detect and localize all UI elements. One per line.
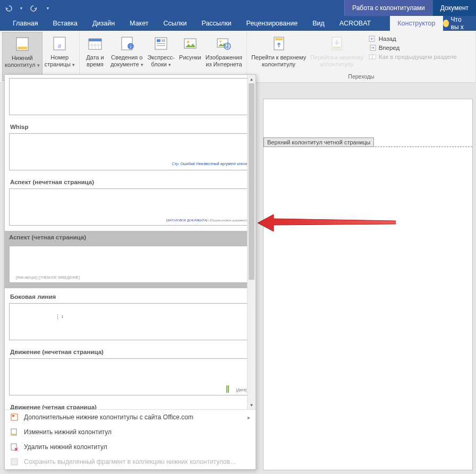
- svg-rect-5: [89, 39, 101, 41]
- link-prev-icon: [369, 53, 376, 61]
- undo-icon[interactable]: [4, 4, 13, 12]
- tab-mailings[interactable]: Рассылки: [194, 16, 239, 31]
- svg-rect-32: [12, 415, 14, 417]
- page-number-icon: #: [51, 35, 68, 52]
- gallery-preview: [Имя автора] | [УЧЕБНОЕ ЗАВЕДЕНИЕ]: [9, 246, 251, 283]
- pictures-label: Рисунки: [179, 54, 201, 61]
- goto-footer-icon: [328, 35, 345, 52]
- contextual-tab-header: Работа с колонтитулами: [344, 0, 432, 16]
- calendar-icon: [87, 35, 104, 52]
- svg-rect-16: [157, 43, 165, 44]
- redo-icon[interactable]: [30, 4, 38, 12]
- gallery-item-label: Боковая линия: [9, 290, 254, 302]
- svg-rect-15: [162, 39, 165, 42]
- tab-design[interactable]: Дизайн: [85, 16, 122, 31]
- tell-me[interactable]: Что вы х: [443, 16, 476, 31]
- tab-view[interactable]: Вид: [305, 16, 332, 31]
- menu-remove-footer[interactable]: Удалить нижний колонтитул: [5, 439, 256, 454]
- menu-label: Сохранить выделенный фрагмент в коллекци…: [24, 458, 236, 466]
- nav-links: Назад Вперед Как в предыдущем разделе: [366, 32, 462, 72]
- accent-icon: [226, 385, 227, 393]
- svg-rect-29: [369, 55, 372, 59]
- gallery-item-label: Движение (четная страница): [9, 401, 254, 409]
- menu-edit-footer[interactable]: Изменить нижний колонтитул: [5, 425, 256, 439]
- menu-save-selection: Сохранить выделенный фрагмент в коллекци…: [5, 454, 256, 469]
- online-pictures-icon: [215, 35, 232, 52]
- gallery-item-selected[interactable]: Аспект (четная страница) [Имя автора] | …: [9, 231, 254, 288]
- gallery-item[interactable]: 1: [9, 302, 254, 343]
- page-number-label: Номер страницы ▾: [45, 54, 75, 67]
- scroll-thumb[interactable]: [249, 83, 254, 280]
- gallery-item[interactable]: [9, 77, 254, 118]
- gallery-item[interactable]: Стр. Ошибка! Неизвестный аргумент ключа.: [9, 132, 254, 174]
- gallery-preview: 1: [9, 303, 254, 340]
- svg-rect-36: [11, 459, 18, 465]
- qat-dropdown-icon[interactable]: ▾: [17, 4, 26, 12]
- gallery-item-label: Аспект (четная страница): [5, 231, 256, 243]
- gallery-scrollbar[interactable]: ▲ ▼: [247, 75, 256, 409]
- preview-text: [Дата]: [236, 388, 246, 392]
- nav-fwd-label: Вперед: [379, 45, 400, 51]
- svg-point-21: [219, 40, 222, 42]
- group-navigation: Перейти к верхнему колонтитулу Перейти к…: [247, 31, 476, 82]
- tab-constructor[interactable]: Конструктор: [390, 16, 443, 31]
- footer-label: Нижний колонтитул ▾: [5, 55, 40, 68]
- transitions-group-title: Переходы: [348, 72, 374, 81]
- tab-review[interactable]: Рецензирование: [239, 16, 305, 31]
- quick-parts-icon: [152, 35, 169, 52]
- svg-rect-17: [157, 45, 165, 46]
- footer-gallery: Whisp Стр. Ошибка! Неизвестный аргумент …: [4, 74, 256, 470]
- nav-back[interactable]: Назад: [369, 35, 457, 42]
- nav-back-label: Назад: [379, 36, 396, 42]
- page[interactable]: Верхний колонтитул четной страницы: [263, 99, 473, 470]
- gallery-preview: [9, 78, 254, 115]
- office-icon: [10, 413, 19, 421]
- gallery-preview: Стр. Ошибка! Неизвестный аргумент ключа.: [9, 133, 254, 170]
- nav-forward[interactable]: Вперед: [369, 44, 457, 51]
- gallery-item[interactable]: [ЗАГОЛОВОК ДОКУМЕНТА] | [Подзаголовок до…: [9, 187, 254, 229]
- preview-text: [Имя автора] | [УЧЕБНОЕ ЗАВЕДЕНИЕ]: [16, 275, 80, 279]
- gallery-item-label: Whisp: [9, 120, 254, 132]
- gallery-preview: [Дата]: [9, 358, 254, 395]
- goto-header-button[interactable]: Перейти к верхнему колонтитулу: [249, 32, 308, 72]
- quick-access-toolbar: ▾ ▾: [0, 4, 56, 12]
- date-time-label: Дата и время: [86, 54, 104, 67]
- svg-text:i: i: [130, 44, 131, 49]
- nav-back-icon: [369, 35, 376, 42]
- edit-icon: [10, 428, 19, 436]
- gallery-item[interactable]: [Дата]: [9, 357, 254, 399]
- gallery-item-label: Движение (нечетная страница): [9, 346, 254, 357]
- svg-rect-31: [11, 414, 18, 420]
- tab-references[interactable]: Ссылки: [156, 16, 194, 31]
- svg-rect-34: [12, 434, 16, 435]
- scroll-up-icon[interactable]: ▲: [248, 75, 256, 83]
- tab-insert[interactable]: Вставка: [46, 16, 85, 31]
- tab-home[interactable]: Главная: [5, 16, 46, 31]
- footer-icon: [14, 36, 31, 53]
- goto-header-icon: [270, 35, 287, 52]
- nav-fwd-icon: [369, 44, 376, 51]
- gallery-preview: [ЗАГОЛОВОК ДОКУМЕНТА] | [Подзаголовок до…: [9, 188, 254, 226]
- document-title: Документ: [432, 0, 476, 16]
- doc-info-icon: i: [118, 35, 135, 52]
- goto-header-label: Перейти к верхнему колонтитулу: [251, 54, 306, 67]
- menu-more-office[interactable]: Дополнительные нижние колонтитулы с сайт…: [5, 410, 256, 425]
- pictures-icon: [182, 35, 199, 52]
- chevron-right-icon: ▸: [248, 415, 250, 420]
- svg-rect-24: [275, 38, 283, 40]
- link-to-previous: Как в предыдущем разделе: [369, 53, 457, 61]
- header-tag: Верхний колонтитул четной страницы: [264, 137, 374, 147]
- scroll-down-icon[interactable]: ▼: [248, 401, 256, 409]
- svg-rect-26: [333, 47, 341, 49]
- goto-footer-button[interactable]: Перейти к нижнему колонтитулу: [308, 32, 365, 72]
- svg-point-19: [186, 41, 189, 44]
- tab-acrobat[interactable]: ACROBAT: [332, 16, 379, 31]
- qat-customize-icon[interactable]: ▾: [44, 4, 52, 12]
- ribbon-tabs: Главная Вставка Дизайн Макет Ссылки Расс…: [0, 16, 476, 31]
- svg-rect-14: [157, 39, 160, 42]
- tab-layout[interactable]: Макет: [122, 16, 156, 31]
- menu-label: Изменить нижний колонтитул: [24, 428, 112, 436]
- preview-text: [ЗАГОЛОВОК ДОКУМЕНТА] | [Подзаголовок до…: [166, 219, 249, 222]
- menu-label: Удалить нижний колонтитул: [24, 443, 107, 451]
- tell-me-label: Что вы х: [451, 16, 471, 31]
